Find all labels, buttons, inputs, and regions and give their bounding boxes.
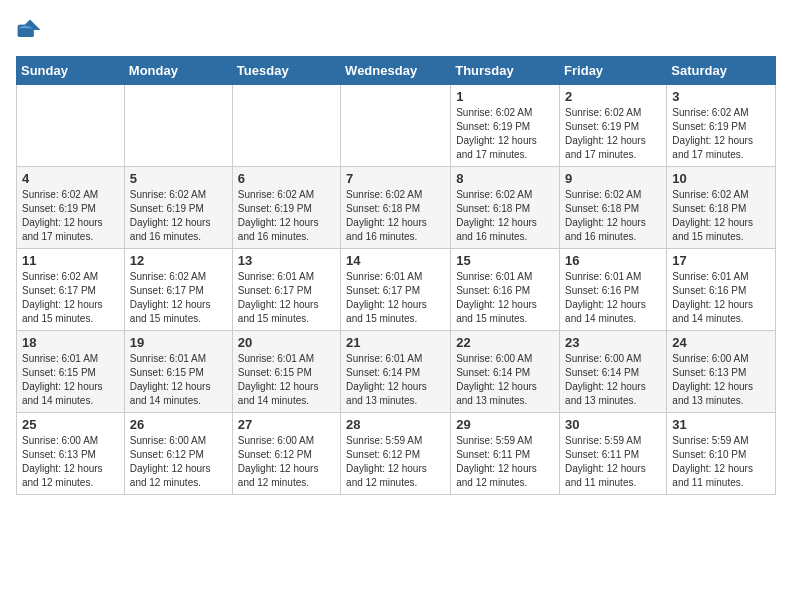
weekday-header-wednesday: Wednesday bbox=[341, 57, 451, 85]
weekday-header-row: SundayMondayTuesdayWednesdayThursdayFrid… bbox=[17, 57, 776, 85]
day-number: 25 bbox=[22, 417, 119, 432]
page-header bbox=[16, 16, 776, 44]
calendar-cell bbox=[124, 85, 232, 167]
day-number: 29 bbox=[456, 417, 554, 432]
day-detail: Sunrise: 6:01 AM Sunset: 6:17 PM Dayligh… bbox=[238, 270, 335, 326]
logo-icon bbox=[16, 16, 44, 44]
day-detail: Sunrise: 6:01 AM Sunset: 6:15 PM Dayligh… bbox=[22, 352, 119, 408]
day-detail: Sunrise: 5:59 AM Sunset: 6:10 PM Dayligh… bbox=[672, 434, 770, 490]
weekday-header-thursday: Thursday bbox=[451, 57, 560, 85]
weekday-header-tuesday: Tuesday bbox=[232, 57, 340, 85]
day-detail: Sunrise: 6:00 AM Sunset: 6:14 PM Dayligh… bbox=[456, 352, 554, 408]
calendar-cell: 21Sunrise: 6:01 AM Sunset: 6:14 PM Dayli… bbox=[341, 331, 451, 413]
calendar-cell bbox=[341, 85, 451, 167]
calendar-week-row: 25Sunrise: 6:00 AM Sunset: 6:13 PM Dayli… bbox=[17, 413, 776, 495]
calendar-cell: 18Sunrise: 6:01 AM Sunset: 6:15 PM Dayli… bbox=[17, 331, 125, 413]
calendar-cell: 30Sunrise: 5:59 AM Sunset: 6:11 PM Dayli… bbox=[560, 413, 667, 495]
calendar-cell: 5Sunrise: 6:02 AM Sunset: 6:19 PM Daylig… bbox=[124, 167, 232, 249]
calendar-cell: 29Sunrise: 5:59 AM Sunset: 6:11 PM Dayli… bbox=[451, 413, 560, 495]
calendar-cell: 26Sunrise: 6:00 AM Sunset: 6:12 PM Dayli… bbox=[124, 413, 232, 495]
day-number: 30 bbox=[565, 417, 661, 432]
day-number: 12 bbox=[130, 253, 227, 268]
day-number: 4 bbox=[22, 171, 119, 186]
calendar-cell: 3Sunrise: 6:02 AM Sunset: 6:19 PM Daylig… bbox=[667, 85, 776, 167]
day-number: 24 bbox=[672, 335, 770, 350]
calendar-cell: 11Sunrise: 6:02 AM Sunset: 6:17 PM Dayli… bbox=[17, 249, 125, 331]
calendar-cell: 8Sunrise: 6:02 AM Sunset: 6:18 PM Daylig… bbox=[451, 167, 560, 249]
day-detail: Sunrise: 6:01 AM Sunset: 6:15 PM Dayligh… bbox=[130, 352, 227, 408]
calendar-cell: 14Sunrise: 6:01 AM Sunset: 6:17 PM Dayli… bbox=[341, 249, 451, 331]
day-number: 19 bbox=[130, 335, 227, 350]
calendar-cell: 22Sunrise: 6:00 AM Sunset: 6:14 PM Dayli… bbox=[451, 331, 560, 413]
day-detail: Sunrise: 6:01 AM Sunset: 6:16 PM Dayligh… bbox=[672, 270, 770, 326]
day-detail: Sunrise: 6:02 AM Sunset: 6:18 PM Dayligh… bbox=[456, 188, 554, 244]
day-detail: Sunrise: 6:02 AM Sunset: 6:18 PM Dayligh… bbox=[346, 188, 445, 244]
day-number: 6 bbox=[238, 171, 335, 186]
day-detail: Sunrise: 6:01 AM Sunset: 6:16 PM Dayligh… bbox=[565, 270, 661, 326]
day-number: 26 bbox=[130, 417, 227, 432]
calendar-cell: 2Sunrise: 6:02 AM Sunset: 6:19 PM Daylig… bbox=[560, 85, 667, 167]
day-detail: Sunrise: 6:00 AM Sunset: 6:14 PM Dayligh… bbox=[565, 352, 661, 408]
day-detail: Sunrise: 5:59 AM Sunset: 6:12 PM Dayligh… bbox=[346, 434, 445, 490]
day-number: 11 bbox=[22, 253, 119, 268]
calendar-cell: 17Sunrise: 6:01 AM Sunset: 6:16 PM Dayli… bbox=[667, 249, 776, 331]
logo bbox=[16, 16, 48, 44]
day-detail: Sunrise: 5:59 AM Sunset: 6:11 PM Dayligh… bbox=[456, 434, 554, 490]
day-detail: Sunrise: 6:00 AM Sunset: 6:12 PM Dayligh… bbox=[130, 434, 227, 490]
calendar-cell: 15Sunrise: 6:01 AM Sunset: 6:16 PM Dayli… bbox=[451, 249, 560, 331]
day-number: 17 bbox=[672, 253, 770, 268]
day-number: 2 bbox=[565, 89, 661, 104]
weekday-header-friday: Friday bbox=[560, 57, 667, 85]
day-number: 8 bbox=[456, 171, 554, 186]
day-detail: Sunrise: 6:00 AM Sunset: 6:12 PM Dayligh… bbox=[238, 434, 335, 490]
day-number: 23 bbox=[565, 335, 661, 350]
calendar-week-row: 11Sunrise: 6:02 AM Sunset: 6:17 PM Dayli… bbox=[17, 249, 776, 331]
calendar-cell: 27Sunrise: 6:00 AM Sunset: 6:12 PM Dayli… bbox=[232, 413, 340, 495]
calendar-cell: 16Sunrise: 6:01 AM Sunset: 6:16 PM Dayli… bbox=[560, 249, 667, 331]
day-detail: Sunrise: 6:02 AM Sunset: 6:18 PM Dayligh… bbox=[672, 188, 770, 244]
calendar-cell: 25Sunrise: 6:00 AM Sunset: 6:13 PM Dayli… bbox=[17, 413, 125, 495]
day-number: 14 bbox=[346, 253, 445, 268]
calendar-cell: 24Sunrise: 6:00 AM Sunset: 6:13 PM Dayli… bbox=[667, 331, 776, 413]
calendar-cell: 1Sunrise: 6:02 AM Sunset: 6:19 PM Daylig… bbox=[451, 85, 560, 167]
day-number: 18 bbox=[22, 335, 119, 350]
weekday-header-saturday: Saturday bbox=[667, 57, 776, 85]
day-detail: Sunrise: 6:02 AM Sunset: 6:19 PM Dayligh… bbox=[22, 188, 119, 244]
calendar-cell: 7Sunrise: 6:02 AM Sunset: 6:18 PM Daylig… bbox=[341, 167, 451, 249]
calendar-cell: 13Sunrise: 6:01 AM Sunset: 6:17 PM Dayli… bbox=[232, 249, 340, 331]
calendar-cell bbox=[17, 85, 125, 167]
day-number: 21 bbox=[346, 335, 445, 350]
calendar-cell bbox=[232, 85, 340, 167]
day-detail: Sunrise: 6:02 AM Sunset: 6:19 PM Dayligh… bbox=[456, 106, 554, 162]
day-detail: Sunrise: 6:00 AM Sunset: 6:13 PM Dayligh… bbox=[672, 352, 770, 408]
day-number: 15 bbox=[456, 253, 554, 268]
day-detail: Sunrise: 6:00 AM Sunset: 6:13 PM Dayligh… bbox=[22, 434, 119, 490]
day-number: 27 bbox=[238, 417, 335, 432]
day-detail: Sunrise: 6:02 AM Sunset: 6:19 PM Dayligh… bbox=[565, 106, 661, 162]
day-detail: Sunrise: 6:02 AM Sunset: 6:19 PM Dayligh… bbox=[238, 188, 335, 244]
day-number: 5 bbox=[130, 171, 227, 186]
day-number: 31 bbox=[672, 417, 770, 432]
calendar-cell: 20Sunrise: 6:01 AM Sunset: 6:15 PM Dayli… bbox=[232, 331, 340, 413]
day-detail: Sunrise: 6:02 AM Sunset: 6:17 PM Dayligh… bbox=[22, 270, 119, 326]
calendar-cell: 9Sunrise: 6:02 AM Sunset: 6:18 PM Daylig… bbox=[560, 167, 667, 249]
day-number: 9 bbox=[565, 171, 661, 186]
day-detail: Sunrise: 5:59 AM Sunset: 6:11 PM Dayligh… bbox=[565, 434, 661, 490]
day-number: 28 bbox=[346, 417, 445, 432]
day-number: 7 bbox=[346, 171, 445, 186]
day-number: 22 bbox=[456, 335, 554, 350]
day-detail: Sunrise: 6:01 AM Sunset: 6:17 PM Dayligh… bbox=[346, 270, 445, 326]
weekday-header-sunday: Sunday bbox=[17, 57, 125, 85]
calendar-cell: 10Sunrise: 6:02 AM Sunset: 6:18 PM Dayli… bbox=[667, 167, 776, 249]
day-detail: Sunrise: 6:02 AM Sunset: 6:18 PM Dayligh… bbox=[565, 188, 661, 244]
day-detail: Sunrise: 6:02 AM Sunset: 6:17 PM Dayligh… bbox=[130, 270, 227, 326]
weekday-header-monday: Monday bbox=[124, 57, 232, 85]
day-detail: Sunrise: 6:02 AM Sunset: 6:19 PM Dayligh… bbox=[672, 106, 770, 162]
calendar-table: SundayMondayTuesdayWednesdayThursdayFrid… bbox=[16, 56, 776, 495]
calendar-cell: 23Sunrise: 6:00 AM Sunset: 6:14 PM Dayli… bbox=[560, 331, 667, 413]
calendar-week-row: 4Sunrise: 6:02 AM Sunset: 6:19 PM Daylig… bbox=[17, 167, 776, 249]
calendar-cell: 12Sunrise: 6:02 AM Sunset: 6:17 PM Dayli… bbox=[124, 249, 232, 331]
calendar-cell: 6Sunrise: 6:02 AM Sunset: 6:19 PM Daylig… bbox=[232, 167, 340, 249]
calendar-cell: 31Sunrise: 5:59 AM Sunset: 6:10 PM Dayli… bbox=[667, 413, 776, 495]
day-detail: Sunrise: 6:01 AM Sunset: 6:15 PM Dayligh… bbox=[238, 352, 335, 408]
